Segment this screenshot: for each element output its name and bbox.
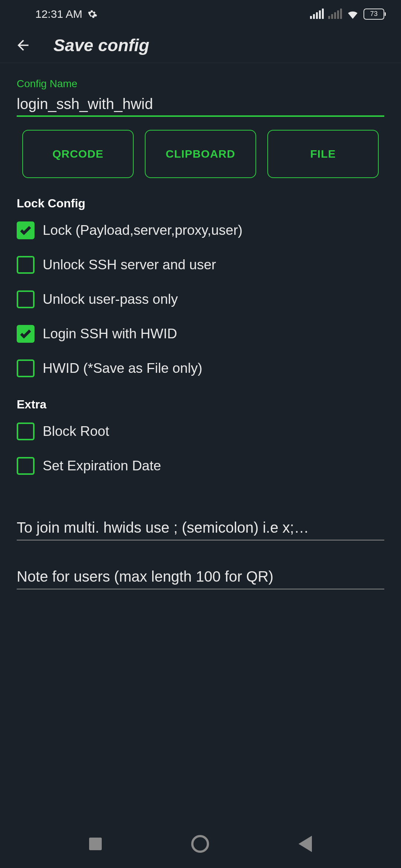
checkbox-label: Unlock user-pass only <box>43 292 178 307</box>
checkbox-label: Login SSH with HWID <box>43 326 177 342</box>
app-bar: Save config <box>0 28 401 63</box>
system-nav-bar <box>0 820 401 868</box>
signal-icon-2 <box>328 9 342 19</box>
checkbox-lock[interactable] <box>17 221 35 239</box>
clipboard-button[interactable]: CLIPBOARD <box>145 130 256 178</box>
checkbox-label: Set Expiration Date <box>43 458 161 474</box>
config-name-label: Config Name <box>17 78 384 90</box>
qrcode-button[interactable]: QRCODE <box>22 130 134 178</box>
check-icon <box>19 327 32 341</box>
checkbox-label: Unlock SSH server and user <box>43 257 216 273</box>
checkbox-row-unlock-ssh[interactable]: Unlock SSH server and user <box>17 256 384 274</box>
export-button-row: QRCODE CLIPBOARD FILE <box>17 130 384 178</box>
battery-icon: 73 <box>363 9 384 20</box>
checkbox-label: Lock (Payload,server,proxy,user) <box>43 223 242 238</box>
file-button[interactable]: FILE <box>267 130 379 178</box>
checkbox-label: HWID (*Save as File only) <box>43 361 202 376</box>
checkbox-row-block-root[interactable]: Block Root <box>17 423 384 440</box>
config-name-field: Config Name <box>17 78 384 117</box>
content: Config Name QRCODE CLIPBOARD FILE Lock C… <box>0 63 401 604</box>
gear-icon <box>87 9 97 19</box>
check-icon <box>19 224 32 237</box>
nav-recent-icon[interactable] <box>89 838 102 850</box>
checkbox-row-lock[interactable]: Lock (Payload,server,proxy,user) <box>17 221 384 239</box>
checkbox-label: Block Root <box>43 424 109 439</box>
checkbox-unlock-userpass[interactable] <box>17 290 35 308</box>
status-bar: 12:31 AM 73 <box>0 0 401 28</box>
note-input[interactable] <box>17 565 384 589</box>
checkbox-row-hwid-file[interactable]: HWID (*Save as File only) <box>17 359 384 377</box>
checkbox-row-login-hwid[interactable]: Login SSH with HWID <box>17 325 384 343</box>
section-title-extra: Extra <box>17 398 384 411</box>
checkbox-unlock-ssh[interactable] <box>17 256 35 274</box>
page-title: Save config <box>53 35 149 55</box>
battery-level: 73 <box>370 10 378 18</box>
checkbox-row-expiration[interactable]: Set Expiration Date <box>17 457 384 475</box>
checkbox-block-root[interactable] <box>17 423 35 440</box>
nav-home-icon[interactable] <box>191 835 209 853</box>
status-left: 12:31 AM <box>35 8 97 20</box>
config-name-input[interactable] <box>17 93 384 117</box>
section-title-lock: Lock Config <box>17 197 384 210</box>
checkbox-login-hwid[interactable] <box>17 325 35 343</box>
nav-back-icon[interactable] <box>299 836 312 852</box>
checkbox-hwid-file[interactable] <box>17 359 35 377</box>
hwids-input[interactable] <box>17 516 384 540</box>
status-right: 73 <box>310 8 384 20</box>
signal-icon-1 <box>310 9 324 19</box>
back-icon[interactable] <box>15 37 31 53</box>
checkbox-expiration[interactable] <box>17 457 35 475</box>
wifi-icon <box>346 8 359 20</box>
checkbox-row-unlock-userpass[interactable]: Unlock user-pass only <box>17 290 384 308</box>
status-time: 12:31 AM <box>35 8 82 20</box>
